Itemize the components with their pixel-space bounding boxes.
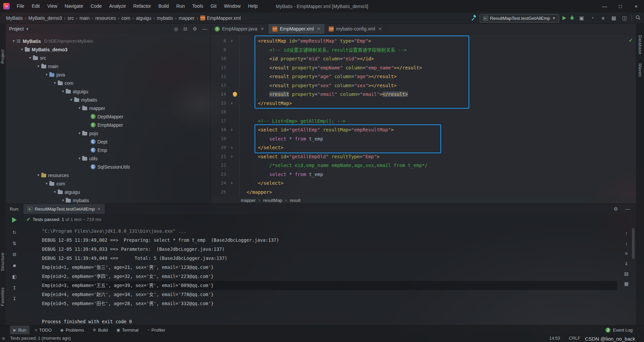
code-line-14[interactable]: <result property="email" column="email">…	[240, 90, 636, 99]
close-button[interactable]: ×	[628, 0, 644, 12]
toolwindow-structure-button[interactable]: Structure	[0, 252, 5, 271]
toolwindow-database-button[interactable]: Database	[638, 35, 642, 55]
breadcrumb-item[interactable]: src	[66, 15, 75, 21]
tree-row-empmapper[interactable]: IEmpMapper	[6, 121, 210, 129]
tree-row-atguigu[interactable]: ▼atguigu	[6, 87, 210, 96]
tree-row-dept[interactable]: CDept	[6, 137, 210, 146]
editor-breadcrumb-item[interactable]: resultMap	[263, 198, 282, 203]
toolwindow-profiler-button[interactable]: ◔Profiler	[144, 326, 169, 335]
breadcrumb-item[interactable]: MyBatis	[5, 15, 24, 21]
stop-icon[interactable]: ■	[13, 261, 16, 272]
toolwindow-build-button[interactable]: ⚙Build	[90, 326, 111, 335]
project-view-selector[interactable]: Project	[9, 26, 24, 32]
fold-marker-icon[interactable]: ∨	[226, 152, 237, 161]
breadcrumb-item[interactable]: resources	[94, 15, 117, 21]
tree-row-sqlsessionutils[interactable]: CSqlSessionUtils	[6, 163, 210, 171]
fold-marker-icon[interactable]: ∧	[226, 143, 237, 152]
tree-row-mybatis[interactable]: ▼mybatis	[6, 96, 210, 104]
code-line-13[interactable]: <result property="sex" column="sex"></re…	[240, 81, 636, 90]
editor-tab-EmpMapper.java[interactable]: IEmpMapper.java✕	[211, 24, 268, 34]
tree-row-mybatis[interactable]: ▼mybatis	[6, 196, 210, 204]
code-line-20[interactable]: </select>	[240, 143, 636, 152]
code-line-15[interactable]: </resultMap>	[240, 99, 636, 108]
scroll-down-icon[interactable]: ↓	[624, 241, 629, 246]
breadcrumb-item[interactable]: main	[78, 15, 91, 21]
pin-icon[interactable]: ◧	[12, 272, 16, 283]
breadcrumb-item[interactable]: </>EmpMapper.xml	[199, 15, 242, 21]
close-icon[interactable]: ✕	[97, 207, 101, 211]
stop-icon[interactable]: ■	[599, 15, 607, 21]
editor-breadcrumb-item[interactable]: mapper	[241, 198, 256, 203]
close-icon[interactable]: ✕	[378, 26, 382, 31]
toolwindow-switcher-icon[interactable]: ⊞	[2, 336, 7, 341]
tree-row-src[interactable]: ▼src	[6, 54, 210, 62]
code-editor[interactable]: 8∨9101112131415∧161718∨1920∧21∨222324∧25…	[211, 34, 636, 197]
search-everywhere-icon[interactable]	[635, 15, 641, 21]
locate-icon[interactable]: ◎	[174, 26, 178, 32]
profiler-icon[interactable]: ◔	[589, 15, 596, 21]
fold-marker-icon[interactable]: ∧	[226, 99, 237, 108]
debug-button[interactable]	[570, 15, 575, 21]
inspection-ok-icon[interactable]: ✓	[629, 38, 633, 43]
minimize-button[interactable]: —	[597, 0, 612, 12]
coverage-icon[interactable]: ▣	[578, 15, 585, 21]
code-line-19[interactable]: select * from t_emp	[240, 134, 636, 144]
rerun-button[interactable]	[12, 217, 17, 223]
tree-row-main[interactable]: ▼main	[6, 62, 210, 70]
code-line-10[interactable]: <id property="eid" column="eid"></id>	[240, 54, 636, 63]
toolwindow-todo-button[interactable]: ≡TODO	[32, 326, 55, 335]
grid-icon[interactable]: ▦	[610, 15, 618, 21]
build-hammer-icon[interactable]	[471, 15, 476, 22]
hide-icon[interactable]: —	[625, 206, 630, 212]
run-tab[interactable]: ▶ ResultMapTest.testGetAllEmp ✕	[23, 204, 105, 214]
intention-bulb-icon[interactable]	[233, 92, 237, 96]
sort-icon[interactable]: ⇅	[12, 238, 16, 249]
close-icon[interactable]: ✕	[317, 26, 320, 31]
editor-tab-EmpMapper.xml[interactable]: </>EmpMapper.xml✕	[268, 24, 325, 34]
breadcrumb-item[interactable]: mybatis	[156, 15, 174, 21]
code-line-8[interactable]: <resultMap id="empResultMap" type="Emp">	[240, 37, 636, 46]
chevron-expanded-icon[interactable]: ▼	[36, 173, 41, 177]
previous-icon[interactable]: ↥	[12, 283, 16, 294]
chevron-expanded-icon[interactable]: ▼	[28, 56, 33, 60]
tree-row-com[interactable]: ▼com	[6, 179, 210, 188]
settings-icon[interactable]: ⚙	[193, 26, 197, 32]
tree-row-atguigu[interactable]: ▼atguigu	[6, 188, 210, 196]
chevron-expanded-icon[interactable]: ▼	[60, 198, 66, 202]
tree-row-emp[interactable]: CEmp	[6, 146, 210, 154]
fold-marker-icon[interactable]: ∨	[226, 37, 237, 46]
chevron-expanded-icon[interactable]: ▼	[52, 190, 58, 194]
tree-row-mybatis[interactable]: ▼MyBatisD:\IDEA\projects\MyBatis	[6, 37, 210, 45]
code-line-21[interactable]: <select id="getAllEmpOld" resultType="Em…	[240, 152, 636, 161]
code-line-24[interactable]: </select>	[240, 179, 636, 188]
tree-row-pojo[interactable]: ▼pojo	[6, 129, 210, 137]
chevron-expanded-icon[interactable]: ▼	[77, 131, 82, 135]
run-configuration-select[interactable]: ▶ ResultMapTest.testGetAllEmp ▼	[480, 14, 559, 22]
test-settings-icon[interactable]: ⚙	[12, 249, 17, 261]
code-line-16[interactable]	[240, 108, 636, 117]
toolwindow-terminal-button[interactable]: ▣Terminal	[113, 326, 142, 335]
console-scrollbar[interactable]	[632, 228, 635, 259]
fold-marker-icon[interactable]: ∨	[226, 125, 237, 134]
print-icon[interactable]: ▤	[624, 271, 629, 276]
chevron-expanded-icon[interactable]: ▼	[36, 64, 41, 68]
toolwindow-maven-button[interactable]: Maven	[638, 63, 642, 77]
code-line-17[interactable]: <!-- List<Emp> getAllEmp(); -->	[240, 117, 636, 126]
console-output[interactable]: "C:\Program Files\Java\jdk1.8.0_131\bin\…	[23, 225, 617, 325]
chevron-expanded-icon[interactable]: ▼	[77, 106, 82, 110]
layout-icon[interactable]: ◫	[621, 15, 628, 21]
hide-icon[interactable]: —	[202, 26, 207, 32]
editor-breadcrumb-item[interactable]: result	[290, 198, 301, 203]
next-icon[interactable]: ↧	[12, 294, 16, 305]
breadcrumb-item[interactable]: com	[120, 15, 131, 21]
chevron-expanded-icon[interactable]: ▼	[19, 48, 25, 51]
tree-row-utils[interactable]: ▼utils	[6, 154, 210, 163]
code-line-9[interactable]: <!-- id设置主键映射关系，result设置普通字段映射关系 -->	[240, 46, 636, 55]
breadcrumb-item[interactable]: atguigu	[135, 15, 153, 21]
line-separator-indicator[interactable]: CRLF	[569, 336, 580, 341]
event-log-button[interactable]: 2 Event Log	[605, 328, 633, 333]
tree-row-java[interactable]: ▼java	[6, 70, 210, 79]
code-line-22[interactable]: /*select eid,emp_name empName,age,sex,em…	[240, 161, 636, 170]
soft-wrap-icon[interactable]: ≡	[624, 251, 629, 256]
scroll-up-icon[interactable]: ↑	[624, 231, 629, 236]
